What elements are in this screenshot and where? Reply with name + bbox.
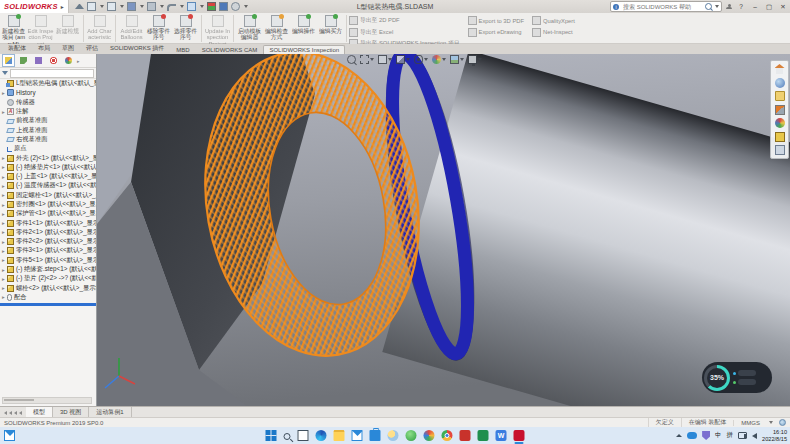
tab-assembly[interactable]: 装配体 <box>2 42 32 54</box>
hide-show-items-icon[interactable] <box>414 55 428 64</box>
tab-addins[interactable]: SOLIDWORKS 插件 <box>104 42 170 54</box>
tab-layout[interactable]: 布局 <box>32 42 56 54</box>
edit-customers-button[interactable]: 编辑买方 <box>317 14 344 34</box>
dimxpertmanager-tab[interactable] <box>47 54 60 67</box>
design-library-icon[interactable] <box>775 91 785 101</box>
save-caret-icon[interactable] <box>140 5 144 8</box>
net-inspect-button[interactable]: Net-Inspect <box>532 28 575 37</box>
tree-item-front-plane[interactable]: 前视基准面 <box>0 116 96 125</box>
tree-item-mates[interactable]: ▸配合 <box>0 293 96 302</box>
panel-tab-overflow-icon[interactable]: ▸ <box>77 58 80 64</box>
zoom-area-icon[interactable] <box>360 55 374 64</box>
export-2d-pdf-button[interactable]: 导出至 2D PDF <box>349 16 460 25</box>
appearances-scenes-icon[interactable] <box>775 118 785 128</box>
chrome-icon[interactable] <box>442 430 453 441</box>
tray-chevron-icon[interactable] <box>676 434 682 437</box>
tab-solidworks-cam[interactable]: SOLIDWORKS CAM <box>196 45 264 54</box>
view-orientation-icon[interactable] <box>378 55 392 64</box>
taskbar-search-icon[interactable] <box>284 433 291 440</box>
propertymanager-tab[interactable] <box>17 54 30 67</box>
tree-item-component[interactable]: ▸固定螺栓<1> (默认<<默认>_显示 <box>0 191 96 200</box>
tree-item-component[interactable]: ▸(-) 绝缘套.step<1> (默认<<默认 <box>0 265 96 274</box>
remove-balloon-button[interactable]: 移除零件序号 <box>145 14 172 41</box>
tree-item-component[interactable]: ▸零件2<2> (默认<<默认>_显示状态 <box>0 237 96 246</box>
home-icon[interactable] <box>75 2 84 11</box>
file-properties-icon[interactable] <box>219 2 228 11</box>
custom-properties-icon[interactable] <box>775 145 785 155</box>
tree-item-component[interactable]: ▸外壳 (2)<1> (默认<<默认>_显示状 <box>0 153 96 162</box>
print-caret-icon[interactable] <box>160 5 164 8</box>
restore-button[interactable]: ▢ <box>764 3 774 11</box>
tree-item-component[interactable]: ▸(-) 绝缘垫片<1> (默认<<默认>_显 <box>0 163 96 172</box>
help-search-box[interactable]: i <box>610 1 722 12</box>
tab-mbd[interactable]: MBD <box>170 45 195 54</box>
tree-item-component[interactable]: ▸零件3<1> (默认<<默认>_显示状态 <box>0 246 96 255</box>
photos-app-icon[interactable] <box>424 430 435 441</box>
ime-mode-indicator[interactable]: 中 <box>715 431 722 440</box>
filter-funnel-icon[interactable] <box>2 71 8 75</box>
graphics-area[interactable]: 35% <box>97 54 790 406</box>
configurationmanager-tab[interactable] <box>32 54 45 67</box>
tree-filter-input[interactable] <box>10 69 94 78</box>
green-app-icon[interactable] <box>406 430 417 441</box>
speaker-icon[interactable] <box>752 433 757 439</box>
sign-in-icon[interactable] <box>726 4 732 10</box>
file-explorer-taskbar-icon[interactable] <box>334 430 345 441</box>
apply-scene-icon[interactable] <box>450 55 464 64</box>
export-excel-button[interactable]: 导出至 Excel <box>349 28 460 37</box>
tree-item-component[interactable]: ▸零件5<1> (默认<<默认>_显示状态 <box>0 256 96 265</box>
qualityxpert-button[interactable]: QualityXpert <box>532 16 575 25</box>
undo-caret-icon[interactable] <box>180 5 184 8</box>
tree-item-component[interactable]: ▸(-) 温度传感器<1> (默认<<默认>_ <box>0 181 96 190</box>
open-icon[interactable] <box>107 2 116 11</box>
add-edit-balloons-button[interactable]: Add/Edit Balloons <box>118 14 145 41</box>
globe-icon[interactable] <box>779 419 786 426</box>
tree-item-top-plane[interactable]: 上视基准面 <box>0 125 96 134</box>
taskpane-home-icon[interactable] <box>775 64 785 74</box>
tab-evaluate[interactable]: 评估 <box>80 42 104 54</box>
screen-recorder-widget[interactable]: 35% <box>702 362 772 393</box>
tree-item-component[interactable]: ▸密封圈<1> (默认<<默认>_显示状 <box>0 200 96 209</box>
tree-item-component[interactable]: ▸保护管<1> (默认<<默认>_显示状 <box>0 209 96 218</box>
file-explorer-icon[interactable] <box>775 105 785 115</box>
edit-methods-button[interactable]: 编辑检查方式 <box>263 14 290 41</box>
open-caret-icon[interactable] <box>120 5 124 8</box>
new-inspection-button[interactable]: 新建检规 <box>54 14 81 34</box>
tree-item-component[interactable]: ▸零件2<1> (默认<<默认>_显示状态 <box>0 228 96 237</box>
tree-root[interactable]: L型铠装热电偶 (默认<默认_显示状态-1 <box>0 79 96 88</box>
close-button[interactable]: ✕ <box>778 3 788 11</box>
weather-app-icon[interactable] <box>388 430 399 441</box>
start-button-icon[interactable] <box>266 430 277 441</box>
tree-item-right-plane[interactable]: 右视基准面 <box>0 135 96 144</box>
search-caret-icon[interactable] <box>715 5 719 8</box>
eclipse-app-icon[interactable] <box>478 430 489 441</box>
widgets-icon[interactable] <box>4 430 15 441</box>
add-characteristic-button[interactable]: Add Characteristic <box>86 14 113 41</box>
rebuild-icon[interactable] <box>207 2 216 11</box>
onedrive-icon[interactable] <box>687 432 697 439</box>
view-settings-icon[interactable] <box>468 55 482 64</box>
tree-item-component[interactable]: ▸(-) 上盖<1> (默认<<默认>_显示状 <box>0 172 96 181</box>
task-view-icon[interactable] <box>298 430 309 441</box>
featuremanager-tab[interactable] <box>2 54 15 67</box>
zoom-fit-icon[interactable] <box>347 55 356 64</box>
display-style-icon[interactable] <box>396 55 410 64</box>
security-shield-icon[interactable] <box>702 431 710 440</box>
minimize-button[interactable]: – <box>750 3 760 10</box>
view-palette-icon[interactable] <box>775 132 785 142</box>
search-icon[interactable] <box>705 3 712 10</box>
select-arrow-icon[interactable] <box>187 2 196 11</box>
export-edrawing-button[interactable]: Export eDrawing <box>468 28 524 37</box>
units-caret-icon[interactable] <box>769 421 773 424</box>
tree-item-sensors[interactable]: 传感器 <box>0 98 96 107</box>
microsoft-store-icon[interactable] <box>370 430 381 441</box>
ime-pinyin-indicator[interactable]: 拼 <box>727 431 734 440</box>
tab-solidworks-inspection[interactable]: SOLIDWORKS Inspection <box>263 45 345 54</box>
new-caret-icon[interactable] <box>100 5 104 8</box>
tree-item-history[interactable]: ▸History <box>0 88 96 97</box>
new-document-icon[interactable] <box>87 2 96 11</box>
print-icon[interactable] <box>147 2 156 11</box>
solidworks-taskbar-icon[interactable] <box>514 430 525 441</box>
wps-app-icon[interactable]: W <box>496 430 507 441</box>
taskbar-clock[interactable]: 16:10 2022/8/15 <box>762 429 787 442</box>
